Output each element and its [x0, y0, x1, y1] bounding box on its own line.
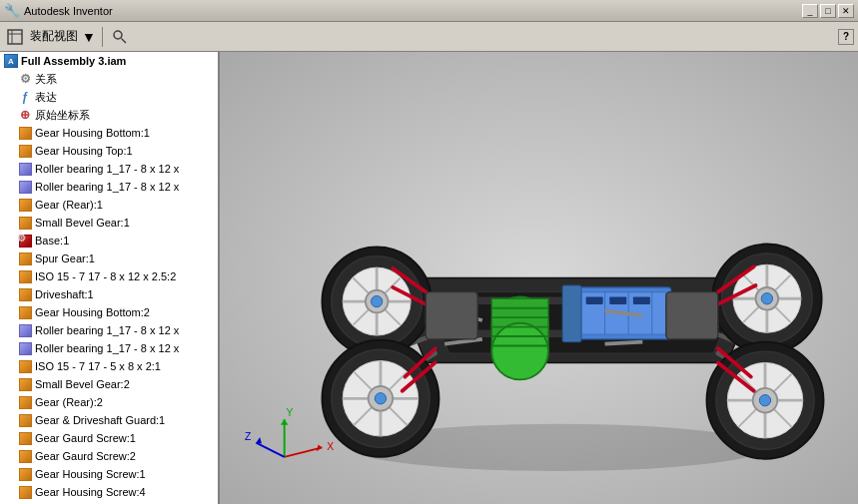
tree-item[interactable]: Gear Housing Screw:4 [0, 483, 218, 501]
svg-line-107 [285, 447, 323, 456]
item-label: Gear Gaurd Screw:1 [35, 432, 136, 444]
item-type-icon: ƒ [18, 90, 32, 104]
tree-item[interactable]: ⊕原始坐标系 [0, 106, 218, 124]
svg-point-86 [375, 393, 386, 404]
item-label: Spur Gear:1 [35, 252, 95, 264]
tree-item[interactable]: ISO 15 - 7 17 - 8 x 12 x 2.5:2 [0, 267, 218, 285]
tree-item[interactable]: ISO 15 - 7 17 - 5 x 8 x 2:1 [0, 357, 218, 375]
item-type-icon [18, 413, 32, 427]
svg-line-113 [256, 443, 284, 457]
svg-marker-114 [256, 437, 262, 444]
item-type-icon [18, 126, 32, 140]
item-type-icon: ⚙ [18, 72, 32, 86]
item-type-icon [18, 341, 32, 355]
item-label: Roller bearing 1_17 - 8 x 12 x [35, 181, 179, 193]
item-label: 原始坐标系 [35, 108, 90, 123]
svg-rect-16 [609, 296, 626, 304]
item-label: ISO 15 - 7 17 - 8 x 12 x 2.5:2 [35, 270, 176, 282]
tree-item[interactable]: Small Bevel Gear:1 [0, 214, 218, 232]
tree-item[interactable]: Gear (Rear):2 [0, 393, 218, 411]
item-label: Roller bearing 1_17 - 8 x 12 x [35, 324, 179, 336]
item-type-icon [18, 287, 32, 301]
minimize-button[interactable]: _ [802, 4, 818, 18]
item-label: Gear (Rear):1 [35, 199, 103, 211]
item-label: Small Bevel Gear:1 [35, 217, 130, 229]
svg-rect-104 [426, 292, 477, 339]
tree-item[interactable]: Gear Gaurd Screw:2 [0, 447, 218, 465]
svg-text:Y: Y [287, 407, 294, 418]
item-type-icon [18, 180, 32, 194]
tree-item[interactable]: Gear Housing Screw:1 [0, 465, 218, 483]
item-type-icon [18, 449, 32, 463]
svg-rect-106 [562, 285, 581, 342]
tree-item[interactable]: ⚙Base:1 [0, 232, 218, 250]
item-type-icon: ⊕ [18, 108, 32, 122]
svg-point-77 [761, 293, 772, 304]
title-bar-left: 🔧 Autodesk Inventor [4, 3, 113, 18]
tree-item[interactable]: Roller bearing 1_17 - 8 x 12 x [0, 160, 218, 178]
close-button[interactable]: ✕ [838, 4, 854, 18]
item-label: Gear Housing Bottom:1 [35, 127, 150, 139]
svg-point-21 [491, 323, 548, 380]
item-label: ISO 15 - 7 17 - 5 x 8 x 2:1 [35, 360, 161, 372]
tree-item[interactable]: Gear (Rear):1 [0, 196, 218, 214]
maximize-button[interactable]: □ [820, 4, 836, 18]
car-3d-view: X Y Z [220, 52, 858, 504]
item-label: Gear (Rear):2 [35, 396, 103, 408]
tree-item[interactable]: Driveshaft:1 [0, 285, 218, 303]
svg-line-4 [122, 38, 127, 43]
tree-item[interactable]: Small Bevel Gear:2 [0, 375, 218, 393]
tree-item[interactable]: Spur Gear:1 [0, 250, 218, 267]
tree-item[interactable]: Roller bearing 1_17 - 8 x 12 x [0, 178, 218, 196]
title-buttons: _ □ ✕ [802, 4, 854, 18]
item-type-icon [18, 144, 32, 158]
search-icon[interactable] [109, 26, 131, 48]
tree-item[interactable]: ƒ表达 [0, 88, 218, 106]
left-panel: A Full Assembly 3.iam ⚙关系ƒ表达⊕原始坐标系Gear H… [0, 52, 220, 504]
title-text: Autodesk Inventor [24, 5, 113, 17]
tree-root-item[interactable]: A Full Assembly 3.iam [0, 52, 218, 70]
tree-item[interactable]: Gear Gaurd Screw:1 [0, 429, 218, 447]
item-type-icon [18, 359, 32, 373]
item-label: Roller bearing 1_17 - 8 x 12 x [35, 163, 179, 175]
assembly-icon[interactable] [4, 26, 26, 48]
svg-rect-105 [666, 292, 718, 339]
item-type-icon [18, 198, 32, 212]
item-type-icon [18, 431, 32, 445]
item-type-icon [18, 377, 32, 391]
svg-rect-15 [586, 296, 603, 304]
tree-item[interactable]: Roller bearing 1_17 - 8 x 12 x [0, 321, 218, 339]
item-type-icon: ⚙ [18, 234, 32, 248]
svg-point-3 [114, 31, 122, 39]
title-bar: 🔧 Autodesk Inventor _ □ ✕ [0, 0, 858, 22]
tree-item[interactable]: Gear Housing Top:1 [0, 142, 218, 160]
item-label: Gear Housing Screw:4 [35, 486, 146, 498]
toolbar: 装配视图 ▼ ? [0, 22, 858, 52]
main-content: A Full Assembly 3.iam ⚙关系ƒ表达⊕原始坐标系Gear H… [0, 52, 858, 504]
item-type-icon [18, 323, 32, 337]
svg-marker-111 [281, 419, 289, 425]
toolbar-separator-1 [102, 27, 103, 47]
item-label: Gear & Driveshaft Guard:1 [35, 414, 165, 426]
item-type-icon [18, 305, 32, 319]
item-type-icon [18, 467, 32, 481]
tree-item[interactable]: Gear & Driveshaft Guard:1 [0, 411, 218, 429]
item-label: Small Bevel Gear:2 [35, 378, 130, 390]
svg-rect-0 [8, 30, 22, 44]
tree-item[interactable]: Roller bearing 1_17 - 8 x 12 x [0, 339, 218, 357]
svg-point-68 [372, 295, 383, 306]
item-type-icon [18, 395, 32, 409]
app-icon: 🔧 [4, 3, 20, 18]
help-button[interactable]: ? [838, 29, 854, 45]
item-type-icon [18, 252, 32, 265]
tree-item[interactable]: ⚙关系 [0, 70, 218, 88]
tree-body[interactable]: A Full Assembly 3.iam ⚙关系ƒ表达⊕原始坐标系Gear H… [0, 52, 218, 504]
tree-item[interactable]: Gear Housing Bottom:2 [0, 303, 218, 321]
dropdown-arrow-icon[interactable]: ▼ [82, 26, 96, 48]
item-label: 关系 [35, 72, 57, 87]
item-label: Roller bearing 1_17 - 8 x 12 x [35, 342, 179, 354]
right-viewport[interactable]: X Y Z [220, 52, 858, 504]
viewport-background: X Y Z [220, 52, 858, 504]
item-type-icon [18, 162, 32, 176]
tree-item[interactable]: Gear Housing Bottom:1 [0, 124, 218, 142]
